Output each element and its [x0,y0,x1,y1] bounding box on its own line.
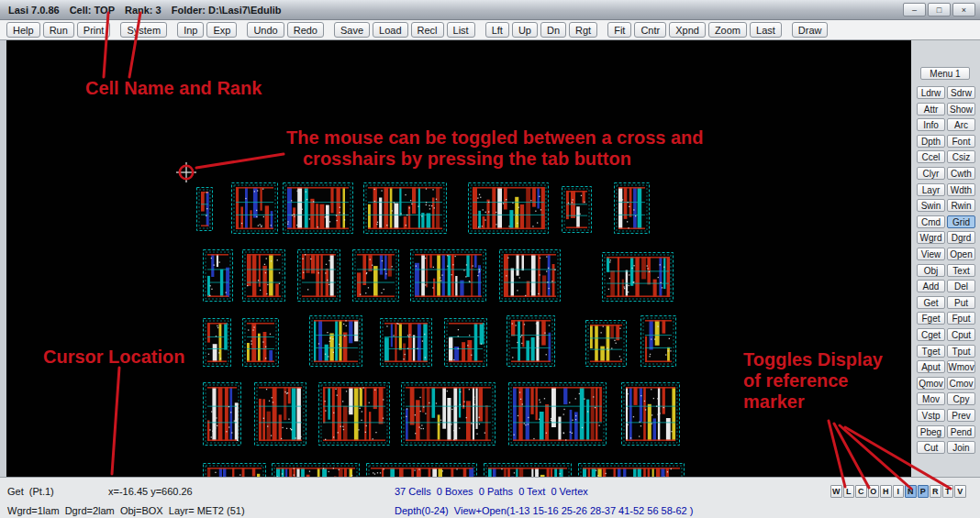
toolbar-button-exp[interactable]: Exp [206,22,237,38]
toolbar-button-zoom[interactable]: Zoom [708,22,747,38]
toolbar-button-undo[interactable]: Undo [247,22,284,38]
sidebar-button-fput[interactable]: Fput [947,312,975,325]
toolbar-button-last[interactable]: Last [750,22,782,38]
toolbar-button-lft[interactable]: Lft [485,22,509,38]
maximize-button[interactable]: □ [928,3,951,17]
window-title: Lasi 7.0.86 [8,5,60,16]
sidebar-button-fget[interactable]: Fget [917,312,945,325]
ref-marker-toggle-l[interactable]: L [843,485,855,498]
toolbar-button-help[interactable]: Help [6,22,40,38]
toolbar-group: Draw [792,22,829,38]
sidebar-button-layr[interactable]: Layr [917,183,945,196]
sidebar-button-obj[interactable]: Obj [917,264,945,277]
sidebar-button-csiz[interactable]: Csiz [947,150,975,163]
sidebar-button-tget[interactable]: Tget [917,345,945,358]
toolbar-button-recl[interactable]: Recl [411,22,444,38]
sidebar-button-pbeg[interactable]: Pbeg [917,425,945,438]
sidebar-button-rwin[interactable]: Rwin [947,199,975,212]
sidebar-button-cput[interactable]: Cput [947,328,975,341]
sidebar-button-open[interactable]: Open [947,248,975,260]
toolbar-group: SaveLoadReclList [334,22,475,38]
toolbar-button-print[interactable]: Print [77,22,111,38]
toolbar-button-dn[interactable]: Dn [540,22,566,38]
ref-marker-toggle-o[interactable]: O [868,485,880,498]
sidebar-button-put[interactable]: Put [947,296,975,309]
titlebar: Lasi 7.0.86 Cell: TOP Rank: 3 Folder: D:… [0,0,980,20]
toolbar-button-list[interactable]: List [447,22,475,38]
sidebar-button-del[interactable]: Del [947,280,975,292]
toolbar-button-inp[interactable]: Inp [177,22,204,38]
reference-toggle-group: WLCOHINPRTV [830,485,966,498]
minimize-button[interactable]: – [903,3,926,17]
sidebar-button-pend[interactable]: Pend [947,425,975,438]
toolbar-group: LftUpDnRgt [485,22,597,38]
toolbar-button-rgt[interactable]: Rgt [569,22,597,38]
sidebar-button-dgrd[interactable]: Dgrd [947,231,975,244]
sidebar-button-attr[interactable]: Attr [917,103,945,116]
sidebar-button-cpy[interactable]: Cpy [947,392,975,405]
toolbar-button-up[interactable]: Up [512,22,538,38]
ref-marker-toggle-w[interactable]: W [830,485,842,498]
sidebar-button-grid[interactable]: Grid [947,215,975,228]
toolbar-button-system[interactable]: System [120,22,167,38]
sidebar-button-show[interactable]: Show [947,103,975,116]
sidebar-button-font[interactable]: Font [947,135,975,148]
sidebar-button-prev[interactable]: Prev [947,409,975,422]
sidebar-button-join[interactable]: Join [947,441,975,454]
sidebar-button-tput[interactable]: Tput [947,345,975,358]
toolbar-group: UndoRedo [247,22,324,38]
titlebar-cell-name: Cell: TOP [70,5,115,16]
sidebar-button-info[interactable]: Info [917,118,945,131]
sidebar-button-cwth[interactable]: Cwth [947,167,975,180]
sidebar-button-cmov[interactable]: Cmov [947,377,975,390]
sidebar-button-cmd[interactable]: Cmd [917,215,945,228]
ref-marker-toggle-v[interactable]: V [954,485,966,498]
sidebar-button-dpth[interactable]: Dpth [917,135,945,148]
sidebar-button-wmov[interactable]: Wmov [947,360,975,373]
status-counts: 37 Cells 0 Boxes 0 Paths 0 Text 0 Vertex [395,486,588,497]
close-button[interactable]: × [952,3,975,17]
sidebar-button-aput[interactable]: Aput [917,360,945,373]
sidebar-button-ldrw[interactable]: Ldrw [917,86,945,99]
toolbar-button-run[interactable]: Run [43,22,74,38]
toolbar-group: InpExp [177,22,237,38]
ref-marker-toggle-h[interactable]: H [880,485,892,498]
toolbar-button-load[interactable]: Load [373,22,407,38]
status-mode: Get (Pt.1) [7,486,54,497]
sidebar-button-clyr[interactable]: Clyr [917,167,945,180]
ref-marker-toggle-n[interactable]: N [905,485,917,498]
layout-canvas[interactable] [6,40,911,477]
toolbar-button-draw[interactable]: Draw [792,22,829,38]
lasi-window: { "window": { "title": "Lasi 7.0.86", "c… [0,0,980,518]
ref-marker-toggle-t[interactable]: T [942,485,954,498]
toolbar-button-fit[interactable]: Fit [607,22,631,38]
sidebar-button-mov[interactable]: Mov [917,392,945,405]
ref-marker-toggle-r[interactable]: R [930,485,941,498]
sidebar-button-qmov[interactable]: Qmov [917,377,945,390]
ref-marker-toggle-i[interactable]: I [893,485,905,498]
toolbar-button-cntr[interactable]: Cntr [634,22,666,38]
sidebar-button-cget[interactable]: Cget [917,328,945,341]
toolbar-button-redo[interactable]: Redo [287,22,324,38]
sidebar-button-wdth[interactable]: Wdth [947,183,975,196]
sidebar-button-sdrw[interactable]: Sdrw [947,86,975,99]
sidebar-button-wgrd[interactable]: Wgrd [917,231,945,244]
sidebar-button-view[interactable]: View [917,248,945,260]
sidebar-button-cut[interactable]: Cut [917,441,945,454]
sidebar-button-ccel[interactable]: Ccel [917,150,945,163]
sidebar-button-get[interactable]: Get [917,296,945,309]
toolbar-button-xpnd[interactable]: Xpnd [669,22,706,38]
sidebar-button-swin[interactable]: Swin [917,199,945,212]
sidebar-button-text[interactable]: Text [947,264,975,277]
status-cursor-coords: x=-16.45 y=660.26 [108,486,193,497]
ref-marker-toggle-p[interactable]: P [918,485,930,498]
ref-marker-toggle-c[interactable]: C [855,485,867,498]
sidebar-button-add[interactable]: Add [917,280,945,292]
toolbar: HelpRunPrintSystemInpExpUndoRedoSaveLoad… [0,20,980,40]
toolbar-button-save[interactable]: Save [334,22,370,38]
toolbar-group: HelpRunPrint [6,22,110,38]
sidebar-button-vstp[interactable]: Vstp [917,409,945,422]
sidebar-button-arc[interactable]: Arc [947,118,975,131]
status-depth-info: Depth(0-24) View+Open(1-13 15-16 25-26 2… [395,505,693,516]
sidebar-menu-button[interactable]: Menu 1 [920,67,970,80]
